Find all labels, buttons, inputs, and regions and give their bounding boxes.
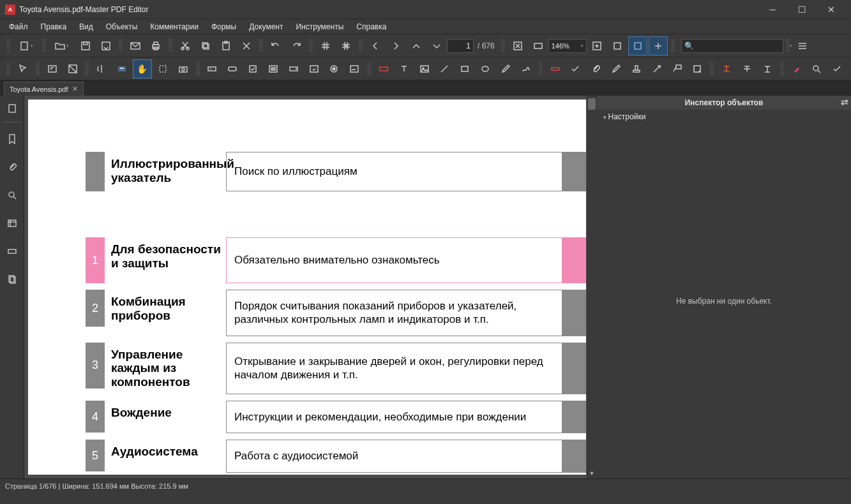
- scroll-down-icon[interactable]: ▼: [587, 468, 597, 478]
- copy-button[interactable]: [196, 36, 215, 56]
- next-page-button[interactable]: [386, 36, 405, 56]
- highlight-remove-tool[interactable]: [546, 59, 565, 78]
- cut-button[interactable]: [176, 36, 195, 56]
- pages-panel-button[interactable]: [3, 268, 22, 291]
- select-tool[interactable]: [153, 59, 172, 78]
- search-input[interactable]: [694, 41, 790, 50]
- paste-button[interactable]: [216, 36, 236, 56]
- scroll-thumb[interactable]: [588, 98, 596, 110]
- toolbar-grip[interactable]: [42, 40, 46, 52]
- menu-objects[interactable]: Объекты: [101, 21, 143, 33]
- search-box[interactable]: 🔍 ▾: [681, 39, 783, 53]
- edit-text-tool[interactable]: [43, 59, 62, 78]
- combo-field-tool[interactable]: [284, 59, 303, 78]
- callout-tool[interactable]: [668, 59, 687, 78]
- page-number-input[interactable]: [447, 39, 474, 53]
- minimize-button[interactable]: ─: [758, 0, 787, 19]
- edit-form-tool[interactable]: [63, 59, 82, 78]
- menu-view[interactable]: Вид: [74, 21, 98, 33]
- vertical-guide-tool[interactable]: [92, 59, 111, 78]
- zoom-out-nav-button[interactable]: [427, 36, 446, 56]
- toolbar-grip[interactable]: [501, 40, 505, 52]
- close-window-button[interactable]: ✕: [817, 0, 846, 19]
- strikeout-tool[interactable]: [737, 59, 757, 78]
- prev-page-button[interactable]: [366, 36, 385, 56]
- radio-field-tool[interactable]: [324, 59, 343, 78]
- bookmarks-panel-button[interactable]: [3, 128, 22, 151]
- search-panel-button[interactable]: [3, 184, 22, 207]
- marker-tool[interactable]: [787, 59, 806, 78]
- pencil-tool[interactable]: [496, 59, 515, 78]
- menu-lines-button[interactable]: [793, 36, 812, 56]
- menu-comments[interactable]: Комментарии: [145, 21, 204, 33]
- toolbar-grip[interactable]: [6, 40, 10, 52]
- link-tool[interactable]: [374, 59, 393, 78]
- hand-tool[interactable]: ✋: [133, 59, 152, 78]
- inspector-section-settings[interactable]: Настройки: [597, 110, 851, 124]
- document-canvas[interactable]: Иллюстрированный указатель Поиск по иллю…: [24, 96, 597, 478]
- ellipse-tool[interactable]: [476, 59, 495, 78]
- crop-view-button[interactable]: [628, 36, 647, 56]
- toolbar-grip[interactable]: [119, 40, 123, 52]
- fit-visible-button[interactable]: [608, 36, 627, 56]
- line-tool[interactable]: [435, 59, 455, 78]
- zoom-combo[interactable]: 146%▾: [548, 39, 587, 53]
- actual-size-button[interactable]: [587, 36, 606, 56]
- snap-button[interactable]: [336, 36, 356, 56]
- checkbox-field-tool[interactable]: [243, 59, 262, 78]
- toolbar-grip[interactable]: [539, 63, 543, 75]
- open-button[interactable]: ▾: [49, 36, 75, 56]
- search-dropdown-icon[interactable]: ▾: [790, 43, 792, 48]
- attachment-tool[interactable]: [586, 59, 605, 78]
- zoom-in-nav-button[interactable]: [407, 36, 426, 56]
- thumbnails-panel-button[interactable]: [3, 100, 22, 122]
- grid-button[interactable]: [316, 36, 335, 56]
- menu-file[interactable]: Файл: [4, 21, 33, 33]
- save-button[interactable]: [76, 36, 95, 56]
- menu-forms[interactable]: Формы: [206, 21, 241, 33]
- close-tab-icon[interactable]: ✕: [72, 85, 78, 93]
- stamp-tool[interactable]: [627, 59, 646, 78]
- toolbar-grip[interactable]: [196, 63, 200, 75]
- save-as-button[interactable]: [96, 36, 116, 56]
- toolbar-grip[interactable]: [359, 40, 363, 52]
- fit-page-button[interactable]: [508, 36, 527, 56]
- button-field-tool[interactable]: [223, 59, 242, 78]
- toolbar-grip[interactable]: [6, 63, 10, 75]
- snapshot-tool[interactable]: [174, 59, 193, 78]
- checkmark-tool[interactable]: [566, 59, 585, 78]
- rectangle-tool[interactable]: [455, 59, 474, 78]
- toolbar-grip[interactable]: [710, 63, 714, 75]
- print-button[interactable]: [146, 36, 165, 56]
- document-tab[interactable]: Toyota Avensis.pdf ✕: [4, 82, 84, 96]
- menu-edit[interactable]: Правка: [36, 21, 72, 33]
- undo-button[interactable]: [266, 36, 285, 56]
- menu-document[interactable]: Документ: [244, 21, 288, 33]
- pencil-annot-tool[interactable]: [606, 59, 626, 78]
- sticky-note-tool[interactable]: [688, 59, 707, 78]
- text-tool[interactable]: [112, 59, 132, 78]
- toolbar-grip[interactable]: [367, 63, 371, 75]
- toolbar-grip[interactable]: [780, 63, 784, 75]
- fit-width-button[interactable]: [529, 36, 548, 56]
- toolbar-grip[interactable]: [259, 40, 263, 52]
- toolbar-grip[interactable]: [169, 40, 172, 52]
- toolbar-grip[interactable]: [85, 63, 89, 75]
- maximize-button[interactable]: ☐: [787, 0, 817, 19]
- toolbar-grip[interactable]: [36, 63, 40, 75]
- text-field-tool[interactable]: [203, 59, 222, 78]
- image-tool[interactable]: [415, 59, 434, 78]
- attachments-panel-button[interactable]: [3, 156, 22, 179]
- arrow-annot-tool[interactable]: [647, 59, 666, 78]
- email-button[interactable]: [126, 36, 145, 56]
- toolbar-grip[interactable]: [309, 40, 313, 52]
- vertical-scrollbar[interactable]: ▲ ▼: [587, 96, 597, 478]
- inspector-settings-icon[interactable]: ⇄: [841, 97, 848, 107]
- toolbar-grip[interactable]: [786, 40, 790, 52]
- text-width-button[interactable]: [649, 36, 668, 56]
- zoom-tool[interactable]: [808, 59, 827, 78]
- underline-tool[interactable]: [758, 59, 777, 78]
- toolbar-grip[interactable]: [671, 40, 675, 52]
- check-tool[interactable]: [827, 59, 847, 78]
- signature-field-tool[interactable]: [345, 59, 364, 78]
